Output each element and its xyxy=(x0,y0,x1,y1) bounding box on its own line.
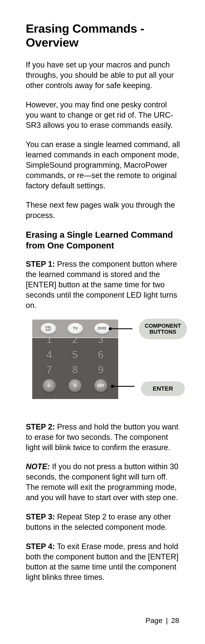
digit-9: 9 xyxy=(98,364,104,376)
intro-paragraph-3: You can erase a single learned command, … xyxy=(26,139,181,191)
dash-button-label: -/-- xyxy=(47,384,51,388)
enter-button-label: ENT xyxy=(97,384,104,388)
step-1: STEP 1: Press the component button where… xyxy=(26,259,181,310)
digit-0-button: 0 xyxy=(68,379,82,392)
callout-component-buttons: COMPONENT BUTTONS xyxy=(139,319,187,339)
component-button-tv: TV xyxy=(67,323,83,334)
digit-6: 6 xyxy=(98,348,104,361)
footer-separator: | xyxy=(166,616,168,624)
digit-0-label: 0 xyxy=(74,384,76,388)
digit-3: 3 xyxy=(98,338,104,346)
digit-5: 5 xyxy=(72,348,78,361)
dash-button: -/-- xyxy=(43,379,56,392)
callout-line-component xyxy=(111,328,132,329)
callout-line-enter xyxy=(113,386,134,387)
step-4-label: STEP 4: xyxy=(26,542,55,551)
enter-button: ENT xyxy=(94,379,107,392)
digit-8: 8 xyxy=(72,364,78,376)
page-title: Erasing Commands - Overview xyxy=(26,22,181,50)
footer-page-number: 28 xyxy=(171,616,179,624)
step-1-label: STEP 1: xyxy=(26,260,55,268)
digit-1: 1 xyxy=(46,338,53,346)
page-footer: Page | 28 xyxy=(145,616,179,625)
component-button-tv-label: TV xyxy=(73,326,78,331)
step-4: STEP 4: To exit Erase mode, press and ho… xyxy=(26,541,181,582)
step-3: STEP 3: Repeat Step 2 to erase any other… xyxy=(26,512,181,532)
note-label: NOTE: xyxy=(26,462,50,471)
note: NOTE: If you do not press a button withi… xyxy=(26,462,181,503)
remote-keypad: 1 2 3 4 5 6 7 8 9 -/-- 0 ENT xyxy=(32,338,118,399)
remote-top-strip: CBL SAT TV DVD xyxy=(32,320,118,338)
digit-2: 2 xyxy=(72,338,78,346)
remote-illustration: CBL SAT TV DVD COMPONENT BUTTONS 1 2 3 4… xyxy=(26,320,180,410)
section-heading: Erasing a Single Learned Command from On… xyxy=(26,229,181,251)
callout-enter-label: ENTER xyxy=(153,385,173,392)
digit-4: 4 xyxy=(46,348,53,361)
component-button-cbl-sat: CBL SAT xyxy=(40,323,56,334)
footer-page-word: Page xyxy=(145,616,162,624)
step-3-label: STEP 3: xyxy=(26,512,55,521)
step-2-label: STEP 2: xyxy=(26,422,55,431)
digit-7: 7 xyxy=(46,364,53,376)
intro-paragraph-4: These next few pages walk you through th… xyxy=(26,200,181,220)
intro-paragraph-2: However, you may find one pesky control … xyxy=(26,100,181,130)
intro-paragraph-1: If you have set up your macros and punch… xyxy=(26,60,181,90)
callout-enter: ENTER xyxy=(141,382,185,396)
callout-component-buttons-label: COMPONENT BUTTONS xyxy=(139,323,187,335)
manual-page: Erasing Commands - Overview If you have … xyxy=(0,0,205,644)
component-button-dvd: DVD xyxy=(94,323,110,334)
component-button-cbl-sat-label: CBL SAT xyxy=(45,326,52,331)
step-2: STEP 2: Press and hold the button you wa… xyxy=(26,422,181,453)
component-button-dvd-label: DVD xyxy=(98,326,106,331)
